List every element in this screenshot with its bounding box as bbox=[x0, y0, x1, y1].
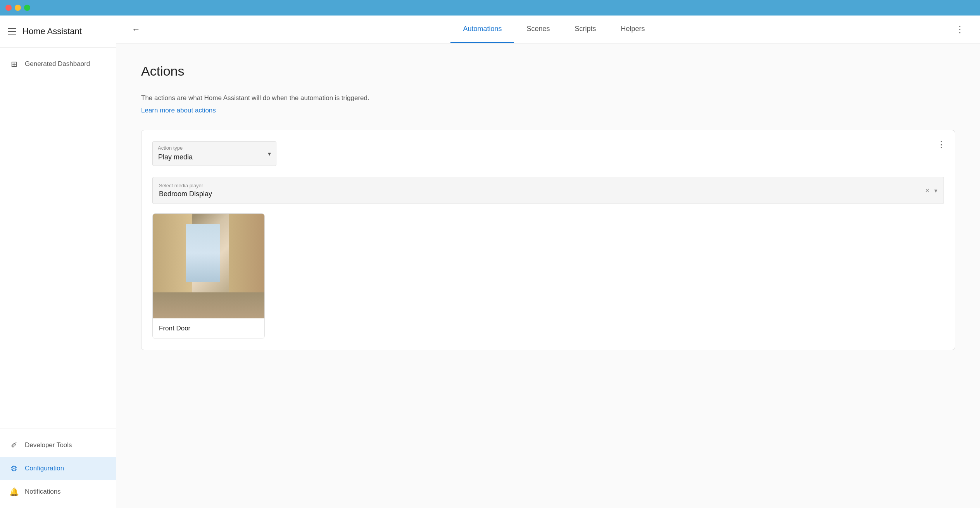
media-player-inner: Select media player Bedroom Display bbox=[159, 183, 925, 198]
titlebar bbox=[0, 0, 980, 16]
front-door-visual bbox=[153, 214, 264, 318]
tab-scripts[interactable]: Scripts bbox=[562, 16, 609, 43]
sidebar-nav: ⊞ Generated Dashbaord bbox=[0, 48, 116, 429]
media-thumbnail-label: Front Door bbox=[153, 318, 264, 339]
sidebar-item-dashboard[interactable]: ⊞ Generated Dashbaord bbox=[0, 52, 116, 76]
sidebar-bottom: ✐ Developer Tools ⚙ Configuration 🔔 Noti… bbox=[0, 429, 116, 508]
app-container: Home Assistant ⊞ Generated Dashbaord ✐ D… bbox=[0, 16, 980, 508]
more-options-button[interactable]: ⋮ bbox=[952, 21, 968, 38]
media-thumbnail: Front Door bbox=[152, 213, 265, 339]
sidebar-item-label-configuration: Configuration bbox=[25, 465, 64, 472]
close-button[interactable] bbox=[5, 5, 12, 11]
hamburger-icon[interactable] bbox=[8, 28, 16, 35]
media-player-selector[interactable]: Select media player Bedroom Display × ▾ bbox=[152, 177, 944, 204]
sidebar-item-label-dev-tools: Developer Tools bbox=[25, 441, 72, 449]
topnav: ← Automations Scenes Scripts Helpers ⋮ bbox=[116, 16, 980, 43]
back-button[interactable]: ← bbox=[129, 21, 143, 38]
clear-media-player-button[interactable]: × bbox=[925, 186, 930, 195]
app-title: Home Assistant bbox=[22, 26, 82, 36]
gear-icon: ⚙ bbox=[9, 464, 19, 473]
action-type-label: Action type bbox=[158, 145, 183, 151]
maximize-button[interactable] bbox=[24, 5, 30, 11]
media-player-label: Select media player bbox=[159, 183, 925, 188]
grid-icon: ⊞ bbox=[9, 59, 19, 69]
sidebar-item-configuration[interactable]: ⚙ Configuration bbox=[0, 457, 116, 480]
tab-scenes[interactable]: Scenes bbox=[514, 16, 562, 43]
topnav-tabs: Automations Scenes Scripts Helpers bbox=[156, 16, 952, 43]
media-thumbnail-image bbox=[153, 214, 264, 318]
main-content: ← Automations Scenes Scripts Helpers ⋮ A… bbox=[116, 16, 980, 508]
bell-icon: 🔔 bbox=[9, 487, 19, 496]
learn-more-link[interactable]: Learn more about actions bbox=[141, 107, 216, 114]
actions-description: The actions are what Home Assistant will… bbox=[141, 94, 955, 102]
sidebar-header: Home Assistant bbox=[0, 16, 116, 48]
action-type-dropdown[interactable]: Action type Play media ▾ bbox=[152, 141, 276, 166]
page-title: Actions bbox=[141, 64, 955, 79]
sidebar-item-developer-tools[interactable]: ✐ Developer Tools bbox=[0, 434, 116, 457]
media-player-actions: × ▾ bbox=[925, 186, 937, 195]
content-area: Actions The actions are what Home Assist… bbox=[116, 43, 980, 508]
media-player-value: Bedroom Display bbox=[159, 190, 925, 198]
wrench-icon: ✐ bbox=[9, 441, 19, 450]
door-floor bbox=[153, 292, 264, 319]
sidebar-item-label-dashboard: Generated Dashbaord bbox=[25, 60, 90, 68]
tab-automations[interactable]: Automations bbox=[450, 16, 514, 43]
tab-helpers[interactable]: Helpers bbox=[609, 16, 657, 43]
action-card: ⋮ Action type Play media ▾ Select media … bbox=[141, 130, 955, 350]
door-opening bbox=[186, 224, 219, 282]
minimize-button[interactable] bbox=[15, 5, 21, 11]
sidebar-item-notifications[interactable]: 🔔 Notifications bbox=[0, 480, 116, 503]
expand-media-player-button[interactable]: ▾ bbox=[934, 187, 937, 194]
sidebar: Home Assistant ⊞ Generated Dashbaord ✐ D… bbox=[0, 16, 116, 508]
sidebar-item-label-notifications: Notifications bbox=[25, 488, 61, 496]
action-card-more-button[interactable]: ⋮ bbox=[937, 140, 945, 150]
